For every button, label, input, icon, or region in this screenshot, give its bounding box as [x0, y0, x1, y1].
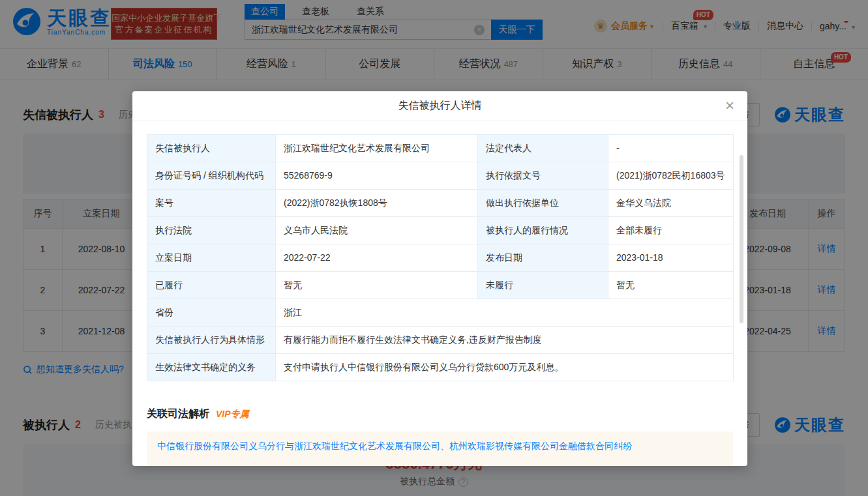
- analysis-title: 关联司法解析: [147, 407, 209, 421]
- field-value: 暂无: [608, 272, 734, 299]
- field-label: 执行依据文号: [478, 162, 608, 190]
- field-label: 发布日期: [478, 244, 608, 272]
- field-label: 案号: [147, 190, 276, 217]
- field-value: 有履行能力而拒不履行生效法律文书确定义务,违反财产报告制度: [276, 327, 734, 354]
- modal-body: 失信被执行人 浙江欢瑞世纪文化艺术发展有限公司 法定代表人 - 身份证号码 / …: [132, 121, 747, 466]
- field-label: 生效法律文书确定的义务: [147, 354, 276, 381]
- field-value: 2022-07-22: [276, 244, 478, 272]
- vip-badge: VIP专属: [216, 409, 249, 420]
- detail-table: 失信被执行人 浙江欢瑞世纪文化艺术发展有限公司 法定代表人 - 身份证号码 / …: [147, 134, 734, 381]
- modal-title: 失信被执行人详情: [398, 99, 482, 113]
- field-label: 失信被执行人: [147, 135, 276, 162]
- field-label: 失信被执行人行为具体情形: [147, 327, 276, 354]
- detail-row: 立案日期 2022-07-22 发布日期 2023-01-18: [147, 244, 734, 272]
- field-label: 被执行人的履行情况: [478, 217, 608, 244]
- field-value: (2022)浙0782执恢1808号: [276, 190, 478, 217]
- detail-row: 失信被执行人行为具体情形 有履行能力而拒不履行生效法律文书确定义务,违反财产报告…: [147, 327, 734, 354]
- field-label: 做出执行依据单位: [478, 190, 608, 217]
- detail-row: 案号 (2022)浙0782执恢1808号 做出执行依据单位 金华义乌法院: [147, 190, 734, 217]
- field-value: 金华义乌法院: [608, 190, 734, 217]
- detail-row: 省份 浙江: [147, 299, 734, 327]
- related-case-link[interactable]: 中信银行股份有限公司义乌分行与浙江欢瑞世纪文化艺术发展有限公司、杭州欢瑞影视传媒…: [157, 441, 632, 452]
- field-value: 义乌市人民法院: [276, 217, 478, 244]
- detail-row: 身份证号码 / 组织机构代码 55268769-9 执行依据文号 (2021)浙…: [147, 162, 734, 190]
- detail-row: 生效法律文书确定的义务 支付申请执行人中信银行股份有限公司义乌分行贷款600万元…: [147, 354, 734, 381]
- field-label: 法定代表人: [478, 135, 608, 162]
- field-label: 省份: [147, 299, 276, 327]
- detail-row: 已履行 暂无 未履行 暂无: [147, 272, 734, 299]
- analysis-header: 关联司法解析 VIP专属: [147, 407, 733, 421]
- field-value: -: [608, 135, 734, 162]
- field-label: 执行法院: [147, 217, 276, 244]
- field-value: 暂无: [276, 272, 478, 299]
- field-label: 身份证号码 / 组织机构代码: [147, 162, 276, 190]
- modal-scrollbar[interactable]: [740, 155, 743, 323]
- field-value: 全部未履行: [608, 217, 734, 244]
- detail-row: 失信被执行人 浙江欢瑞世纪文化艺术发展有限公司 法定代表人 -: [147, 135, 734, 162]
- field-value: (2021)浙0782民初16803号: [608, 162, 734, 190]
- field-label: 未履行: [478, 272, 608, 299]
- field-value: 支付申请执行人中信银行股份有限公司义乌分行贷款600万元及利息。: [276, 354, 734, 381]
- field-value: 55268769-9: [276, 162, 478, 190]
- field-label: 已履行: [147, 272, 276, 299]
- dishonest-detail-modal: 失信被执行人详情 × 失信被执行人 浙江欢瑞世纪文化艺术发展有限公司 法定代表人…: [132, 91, 747, 466]
- field-value: 2023-01-18: [608, 244, 734, 272]
- page: 天眼查 TianYanCha.com 国家中小企业发展子基金旗下 官方备案企业征…: [0, 0, 868, 496]
- modal-header: 失信被执行人详情 ×: [132, 91, 747, 121]
- field-value: 浙江: [276, 299, 734, 327]
- close-icon[interactable]: ×: [725, 96, 734, 115]
- analysis-panel: 中信银行股份有限公司义乌分行与浙江欢瑞世纪文化艺术发展有限公司、杭州欢瑞影视传媒…: [147, 431, 733, 466]
- detail-row: 执行法院 义乌市人民法院 被执行人的履行情况 全部未履行: [147, 217, 734, 244]
- field-label: 立案日期: [147, 244, 276, 272]
- field-value: 浙江欢瑞世纪文化艺术发展有限公司: [276, 135, 478, 162]
